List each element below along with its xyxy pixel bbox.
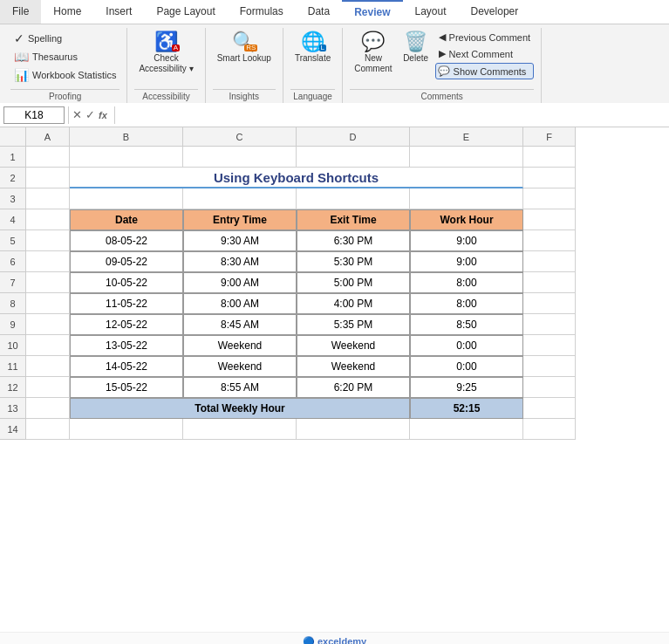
cell-b3[interactable]: [70, 188, 183, 209]
name-box[interactable]: [3, 106, 65, 124]
cell-f4[interactable]: [523, 209, 576, 230]
cell-b14[interactable]: [70, 419, 183, 440]
cell-d3[interactable]: [297, 188, 410, 209]
cell-d11[interactable]: Weekend: [297, 356, 410, 377]
cell-d8[interactable]: 4:00 PM: [297, 293, 410, 314]
tab-page-layout[interactable]: Page Layout: [144, 0, 227, 24]
cell-c12[interactable]: 8:55 AM: [183, 377, 297, 398]
delete-comment-button[interactable]: 🗑️ Delete: [399, 30, 433, 66]
row-header-1[interactable]: 1: [0, 147, 26, 168]
cell-a14[interactable]: [26, 419, 70, 440]
spelling-button[interactable]: ✓ Spelling: [10, 30, 119, 47]
cell-e10[interactable]: 0:00: [410, 335, 523, 356]
tab-data[interactable]: Data: [296, 0, 342, 24]
cell-f10[interactable]: [523, 335, 576, 356]
cell-b12[interactable]: 15-05-22: [70, 377, 183, 398]
cell-f2[interactable]: [523, 168, 576, 188]
cell-c14[interactable]: [183, 419, 297, 440]
cell-b7[interactable]: 10-05-22: [70, 272, 183, 293]
cell-a13[interactable]: [26, 398, 70, 419]
next-comment-button[interactable]: ▶ Next Comment: [435, 46, 535, 61]
cell-b8[interactable]: 11-05-22: [70, 293, 183, 314]
cell-d5[interactable]: 6:30 PM: [297, 230, 410, 251]
row-header-14[interactable]: 14: [0, 419, 26, 440]
row-header-11[interactable]: 11: [0, 356, 26, 377]
cell-a1[interactable]: [26, 147, 70, 168]
cell-a10[interactable]: [26, 335, 70, 356]
cell-a7[interactable]: [26, 272, 70, 293]
translate-button[interactable]: 🌐 L Translate: [290, 30, 335, 66]
cell-a2[interactable]: [26, 168, 70, 188]
cell-f9[interactable]: [523, 314, 576, 335]
cell-b11[interactable]: 14-05-22: [70, 356, 183, 377]
cell-e11[interactable]: 0:00: [410, 356, 523, 377]
cell-c6[interactable]: 8:30 AM: [183, 251, 297, 272]
cell-b2-title[interactable]: Using Keyboard Shortcuts: [70, 168, 523, 188]
row-header-4[interactable]: 4: [0, 209, 26, 230]
cell-e8[interactable]: 8:00: [410, 293, 523, 314]
cell-f3[interactable]: [523, 188, 576, 209]
row-header-3[interactable]: 3: [0, 188, 26, 209]
tab-insert[interactable]: Insert: [93, 0, 144, 24]
cell-a12[interactable]: [26, 377, 70, 398]
cell-e4-workhour-header[interactable]: Work Hour: [410, 209, 523, 230]
previous-comment-button[interactable]: ◀ Previous Comment: [435, 30, 535, 45]
cell-c10[interactable]: Weekend: [183, 335, 297, 356]
cell-f11[interactable]: [523, 356, 576, 377]
row-header-6[interactable]: 6: [0, 251, 26, 272]
col-header-f[interactable]: F: [523, 127, 576, 147]
col-header-b[interactable]: B: [70, 127, 183, 147]
cell-b9[interactable]: 12-05-22: [70, 314, 183, 335]
cell-e9[interactable]: 8:50: [410, 314, 523, 335]
insert-function-icon[interactable]: fx: [99, 110, 107, 120]
tab-file[interactable]: File: [0, 0, 41, 24]
cell-e1[interactable]: [410, 147, 523, 168]
cell-e12[interactable]: 9:25: [410, 377, 523, 398]
row-header-8[interactable]: 8: [0, 293, 26, 314]
tab-home[interactable]: Home: [41, 0, 93, 24]
cell-b5[interactable]: 08-05-22: [70, 230, 183, 251]
cell-e3[interactable]: [410, 188, 523, 209]
cell-f1[interactable]: [523, 147, 576, 168]
show-comments-button[interactable]: 💬 Show Comments: [435, 63, 535, 79]
cell-a6[interactable]: [26, 251, 70, 272]
workbook-statistics-button[interactable]: 📊 Workbook Statistics: [10, 66, 119, 84]
cell-c9[interactable]: 8:45 AM: [183, 314, 297, 335]
cell-c8[interactable]: 8:00 AM: [183, 293, 297, 314]
cell-d10[interactable]: Weekend: [297, 335, 410, 356]
cell-b4-date-header[interactable]: Date: [70, 209, 183, 230]
cell-f12[interactable]: [523, 377, 576, 398]
cell-d1[interactable]: [297, 147, 410, 168]
cell-f13[interactable]: [523, 398, 576, 419]
cell-f8[interactable]: [523, 293, 576, 314]
cell-b6[interactable]: 09-05-22: [70, 251, 183, 272]
cell-d6[interactable]: 5:30 PM: [297, 251, 410, 272]
cell-f14[interactable]: [523, 419, 576, 440]
cell-d7[interactable]: 5:00 PM: [297, 272, 410, 293]
row-header-10[interactable]: 10: [0, 335, 26, 356]
cell-a9[interactable]: [26, 314, 70, 335]
cell-f6[interactable]: [523, 251, 576, 272]
cell-a3[interactable]: [26, 188, 70, 209]
cell-a5[interactable]: [26, 230, 70, 251]
cell-e5[interactable]: 9:00: [410, 230, 523, 251]
cell-c5[interactable]: 9:30 AM: [183, 230, 297, 251]
confirm-formula-icon[interactable]: ✓: [85, 108, 95, 121]
cell-d9[interactable]: 5:35 PM: [297, 314, 410, 335]
row-header-2[interactable]: 2: [0, 168, 26, 188]
check-accessibility-button[interactable]: ♿ A CheckAccessibility ▾: [134, 30, 197, 77]
cell-c11[interactable]: Weekend: [183, 356, 297, 377]
tab-developer[interactable]: Developer: [459, 0, 531, 24]
new-comment-button[interactable]: 💬 NewComment: [350, 30, 396, 77]
tab-review[interactable]: Review: [342, 0, 402, 24]
cancel-formula-icon[interactable]: ✕: [72, 108, 82, 121]
smart-lookup-button[interactable]: 🔍 RS Smart Lookup: [213, 30, 276, 66]
col-header-e[interactable]: E: [410, 127, 523, 147]
cell-c1[interactable]: [183, 147, 297, 168]
col-header-d[interactable]: D: [297, 127, 410, 147]
row-header-13[interactable]: 13: [0, 398, 26, 419]
cell-a8[interactable]: [26, 293, 70, 314]
cell-e7[interactable]: 8:00: [410, 272, 523, 293]
cell-d4-exit-header[interactable]: Exit Time: [297, 209, 410, 230]
cell-c7[interactable]: 9:00 AM: [183, 272, 297, 293]
